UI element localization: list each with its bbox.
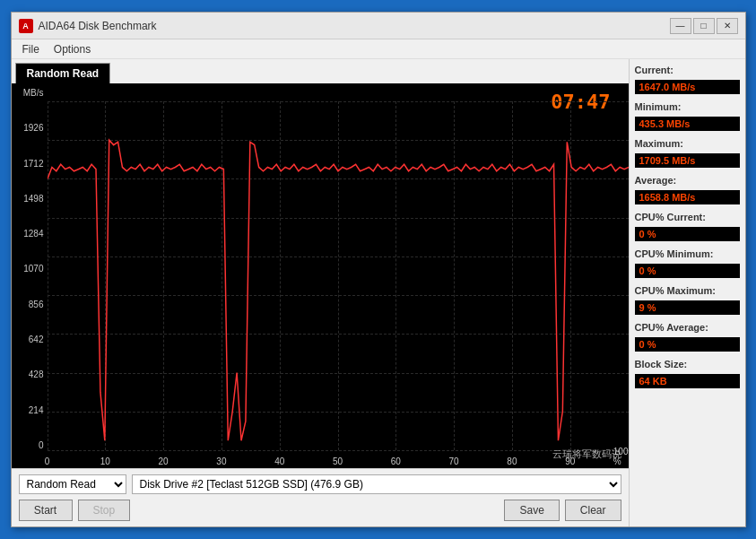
x-tick-30: 30 [216, 456, 226, 466]
content-area: Random Read MB/s 1926 1712 1498 1284 107… [12, 59, 745, 526]
y-tick-1498: 1498 [13, 194, 44, 204]
y-tick-856: 856 [13, 300, 44, 309]
y-tick-1712: 1712 [13, 159, 44, 169]
stat-current-label: Current: [635, 65, 740, 75]
stat-cpu-maximum-label: CPU% Maximum: [635, 285, 740, 296]
x-axis: 0 10 20 30 40 50 60 70 80 90 100 % [48, 450, 629, 468]
x-tick-10: 10 [100, 456, 110, 466]
stat-current-value: 1647.0 MB/s [635, 80, 740, 94]
stat-block-size-value: 64 KB [635, 374, 740, 388]
x-tick-90: 90 [565, 456, 575, 466]
stat-maximum-value: 1709.5 MB/s [635, 153, 740, 168]
y-tick-214: 214 [13, 405, 44, 415]
y-tick-0: 0 [13, 440, 44, 450]
menu-options[interactable]: Options [47, 41, 98, 57]
x-tick-50: 50 [333, 456, 343, 466]
y-tick-428: 428 [13, 369, 44, 379]
title-bar: A AIDA64 Disk Benchmark — □ ✕ [12, 13, 745, 39]
chart-polyline [48, 140, 629, 440]
chart-container: MB/s 1926 1712 1498 1284 1070 856 642 42… [12, 83, 629, 468]
stat-cpu-current-label: CPU% Current: [635, 212, 740, 222]
stat-minimum-label: Minimum: [635, 101, 740, 112]
bottom-row2: Start Stop Save Clear [19, 500, 621, 521]
y-tick-1926: 1926 [13, 123, 44, 133]
app-icon: A [19, 19, 33, 33]
stat-cpu-minimum-value: 0 % [635, 264, 740, 278]
x-tick-40: 40 [274, 456, 284, 466]
x-tick-0: 0 [45, 456, 50, 466]
main-window: A AIDA64 Disk Benchmark — □ ✕ File Optio… [11, 12, 746, 527]
stat-minimum-value: 435.3 MB/s [635, 117, 740, 131]
tab-bar: Random Read [12, 59, 629, 83]
stat-cpu-average-value: 0 % [635, 337, 740, 352]
chart-area: 07:47 [48, 83, 629, 468]
chart-line [48, 101, 629, 450]
save-button[interactable]: Save [504, 500, 559, 521]
stat-cpu-minimum-label: CPU% Minimum: [635, 248, 740, 259]
mode-select[interactable]: Random Read Sequential Read Random Write… [19, 474, 126, 494]
bottom-row1: Random Read Sequential Read Random Write… [19, 474, 621, 494]
start-button[interactable]: Start [19, 500, 73, 521]
y-tick-1284: 1284 [13, 229, 44, 239]
minimize-button[interactable]: — [670, 18, 691, 34]
maximize-button[interactable]: □ [693, 18, 715, 34]
sidebar: Current: 1647.0 MB/s Minimum: 435.3 MB/s… [629, 59, 745, 526]
stat-average-value: 1658.8 MB/s [635, 190, 740, 204]
window-controls: — □ ✕ [670, 18, 738, 34]
y-axis: MB/s 1926 1712 1498 1284 1070 856 642 42… [12, 83, 48, 468]
window-title: AIDA64 Disk Benchmark [39, 20, 670, 32]
close-button[interactable]: ✕ [717, 18, 738, 34]
stat-cpu-current-value: 0 % [635, 227, 740, 241]
x-tick-100: 100 % [613, 447, 629, 466]
menu-bar: File Options [12, 39, 745, 59]
stat-maximum-label: Maximum: [635, 138, 740, 149]
x-tick-20: 20 [159, 456, 169, 466]
clear-button[interactable]: Clear [565, 500, 621, 521]
tab-random-read[interactable]: Random Read [15, 63, 111, 83]
stat-average-label: Average: [635, 175, 740, 186]
main-panel: Random Read MB/s 1926 1712 1498 1284 107… [12, 59, 629, 526]
bottom-bar: Random Read Sequential Read Random Write… [12, 468, 629, 526]
stat-cpu-maximum-value: 9 % [635, 300, 740, 315]
x-tick-70: 70 [449, 456, 459, 466]
stat-cpu-average-label: CPU% Average: [635, 322, 740, 333]
stat-block-size-label: Block Size: [635, 359, 740, 369]
disk-select[interactable]: Disk Drive #2 [Teclast 512GB SSD] (476.9… [132, 474, 621, 494]
menu-file[interactable]: File [15, 41, 47, 57]
x-tick-80: 80 [507, 456, 517, 466]
stop-button[interactable]: Stop [78, 500, 131, 521]
y-tick-1070: 1070 [13, 264, 44, 274]
y-label-mbs: MB/s [13, 88, 44, 98]
x-tick-60: 60 [391, 456, 401, 466]
y-tick-642: 642 [13, 335, 44, 344]
